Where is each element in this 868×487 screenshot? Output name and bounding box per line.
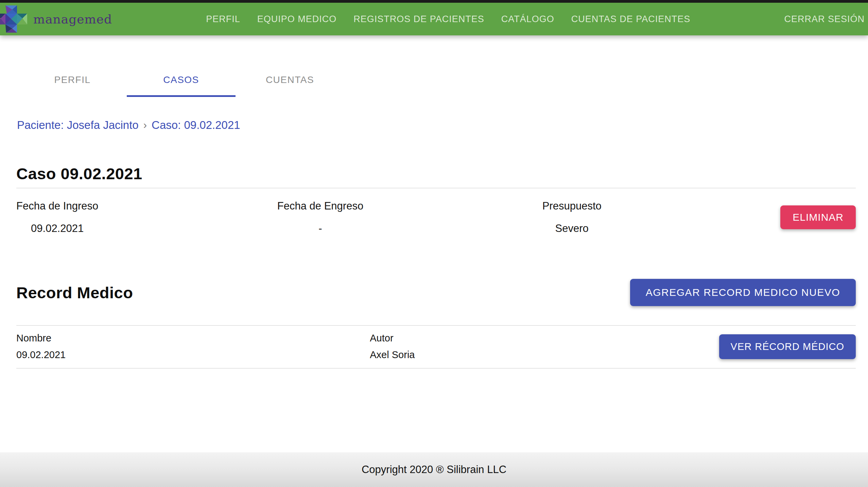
nav-link-catalogo[interactable]: CATÁLOGO [501, 14, 554, 24]
field-value: 09.02.2021 [16, 222, 98, 235]
field-value: Severo [542, 222, 602, 235]
medical-cross-icon [0, 5, 28, 33]
nav-link-registros-de-pacientes[interactable]: REGISTROS DE PACIENTES [353, 14, 484, 24]
brand-name: managemed [33, 12, 112, 26]
navbar: managemed PERFIL EQUIPO MEDICO REGISTROS… [0, 3, 868, 35]
field-fecha-de-ingreso: Fecha de Ingreso 09.02.2021 [16, 200, 98, 235]
table-column-nombre: Nombre 09.02.2021 [16, 333, 66, 360]
copyright-text: Copyright 2020 ® Silibrain LLC [362, 464, 506, 476]
field-value: - [277, 222, 363, 235]
field-label: Fecha de Engreso [277, 200, 363, 212]
nav-link-cuentas-de-pacientes[interactable]: CUENTAS DE PACIENTES [571, 14, 691, 24]
nav-link-equipo-medico[interactable]: EQUIPO MEDICO [257, 14, 337, 24]
record-autor: Axel Soria [370, 349, 415, 360]
window-top-strip [0, 0, 868, 3]
case-fields-row: Fecha de Ingreso 09.02.2021 Fecha de Eng… [16, 188, 856, 247]
field-label: Presupuesto [542, 200, 602, 212]
breadcrumb: Paciente: Josefa Jacinto › Caso: 09.02.2… [17, 119, 856, 132]
chevron-right-icon: › [143, 119, 147, 131]
records-title: Record Medico [16, 283, 133, 302]
nav-link-perfil[interactable]: PERFIL [206, 14, 240, 24]
record-nombre: 09.02.2021 [16, 349, 66, 360]
delete-case-button[interactable]: ELIMINAR [780, 205, 856, 229]
nav-links: PERFIL EQUIPO MEDICO REGISTROS DE PACIEN… [112, 14, 784, 24]
logout-link[interactable]: CERRAR SESIÓN [784, 14, 865, 24]
field-presupuesto: Presupuesto Severo [542, 200, 602, 235]
column-header-autor: Autor [370, 333, 415, 344]
case-title: Caso 09.02.2021 [16, 164, 856, 183]
table-column-autor: Autor Axel Soria [370, 333, 415, 360]
managemed-logo[interactable]: managemed [0, 5, 112, 33]
main-content: PERFIL CASOS CUENTAS Paciente: Josefa Ja… [0, 35, 868, 452]
footer: Copyright 2020 ® Silibrain LLC [0, 452, 868, 487]
records-table: Nombre 09.02.2021 Autor Axel Soria VER R… [16, 325, 856, 369]
breadcrumb-case-link[interactable]: Caso: 09.02.2021 [152, 119, 240, 132]
records-header: Record Medico AGREGAR RECORD MEDICO NUEV… [16, 279, 856, 306]
breadcrumb-patient-link[interactable]: Paciente: Josefa Jacinto [17, 119, 139, 132]
add-record-button[interactable]: AGREGAR RECORD MEDICO NUEVO [630, 279, 856, 306]
tabs: PERFIL CASOS CUENTAS [18, 64, 856, 97]
tab-perfil[interactable]: PERFIL [18, 64, 127, 97]
field-fecha-de-engreso: Fecha de Engreso - [277, 200, 363, 235]
view-record-button[interactable]: VER RÉCORD MÉDICO [719, 334, 856, 359]
page: managemed PERFIL EQUIPO MEDICO REGISTROS… [0, 0, 868, 487]
field-label: Fecha de Ingreso [16, 200, 98, 212]
column-header-nombre: Nombre [16, 333, 66, 344]
tab-casos[interactable]: CASOS [127, 64, 236, 97]
tab-cuentas[interactable]: CUENTAS [236, 64, 344, 97]
